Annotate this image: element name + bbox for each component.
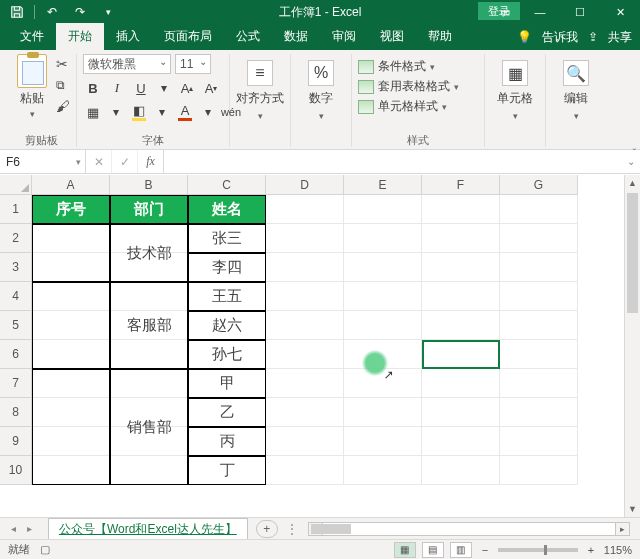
sheet-tab[interactable]: 公众号【Word和Excel达人先生】 [48,518,248,540]
merged-cell[interactable] [32,282,110,369]
merged-cell[interactable] [32,369,110,485]
tab-file[interactable]: 文件 [8,23,56,50]
copy-icon[interactable]: ⧉ [56,78,70,92]
normal-view-icon[interactable]: ▦ [394,542,416,558]
expand-formula-icon[interactable]: ⌄ [622,150,640,173]
macro-record-icon[interactable]: ▢ [40,543,50,556]
bold-button[interactable]: B [83,78,103,98]
cell-styles-button[interactable]: 单元格样式▾ [358,98,447,115]
merged-cell[interactable] [32,224,110,282]
fill-color-icon[interactable]: ◧ [129,102,149,122]
name-cell[interactable]: 张三 [188,224,266,253]
name-cell[interactable]: 乙 [188,398,266,427]
tab-insert[interactable]: 插入 [104,23,152,50]
name-cell[interactable]: 丁 [188,456,266,485]
italic-button[interactable]: I [107,78,127,98]
share-icon[interactable]: ⇪ [588,30,598,44]
borders-icon[interactable]: ▦ [83,102,103,122]
decrease-font-icon[interactable]: A▾ [201,78,221,98]
page-layout-view-icon[interactable]: ▤ [422,542,444,558]
scroll-thumb[interactable] [311,524,351,534]
dept-cell[interactable]: 技术部 [110,224,188,282]
col-header[interactable]: G [500,175,578,195]
save-icon[interactable] [6,2,28,22]
share-button[interactable]: 共享 [608,29,632,46]
alignment-button[interactable]: ≡ 对齐方式 ▾ [236,54,284,121]
scroll-down-icon[interactable]: ▼ [625,501,640,517]
dept-cell[interactable]: 销售部 [110,369,188,485]
paste-button[interactable]: 粘贴 ▾ [12,54,52,119]
tab-view[interactable]: 视图 [368,23,416,50]
cut-icon[interactable]: ✂ [56,56,70,72]
underline-button[interactable]: U [131,78,151,98]
undo-icon[interactable]: ↶ [41,2,63,22]
tab-page-layout[interactable]: 页面布局 [152,23,224,50]
close-icon[interactable]: ✕ [600,0,640,24]
minimize-icon[interactable]: — [520,0,560,24]
name-cell[interactable]: 李四 [188,253,266,282]
row-header[interactable]: 6 [0,340,32,369]
scroll-thumb[interactable] [627,193,638,313]
tab-data[interactable]: 数据 [272,23,320,50]
col-header[interactable]: C [188,175,266,195]
table-header[interactable]: 姓名 [188,195,266,224]
tab-help[interactable]: 帮助 [416,23,464,50]
increase-font-icon[interactable]: A▴ [177,78,197,98]
scroll-track[interactable] [625,191,640,501]
scroll-up-icon[interactable]: ▲ [625,175,640,191]
font-size-combo[interactable]: 11 [175,54,211,74]
format-as-table-button[interactable]: 套用表格格式▾ [358,78,459,95]
row-header[interactable]: 10 [0,456,32,485]
chevron-down-icon[interactable]: ▾ [153,102,171,122]
ribbon-display-icon[interactable]: ▭ [490,0,520,24]
fx-icon[interactable]: fx [138,150,164,173]
name-cell[interactable]: 甲 [188,369,266,398]
col-header[interactable]: A [32,175,110,195]
scroll-right-icon[interactable]: ▸ [615,523,629,535]
vertical-scrollbar[interactable]: ▲ ▼ [624,175,640,517]
font-color-icon[interactable]: A [175,102,195,122]
redo-icon[interactable]: ↷ [69,2,91,22]
name-cell[interactable]: 孙七 [188,340,266,369]
row-header[interactable]: 9 [0,427,32,456]
tab-formulas[interactable]: 公式 [224,23,272,50]
horizontal-scrollbar[interactable]: ◂ ▸ [308,522,630,536]
row-header[interactable]: 1 [0,195,32,224]
number-format-button[interactable]: % 数字 ▾ [297,54,345,121]
conditional-formatting-button[interactable]: 条件格式▾ [358,58,435,75]
format-painter-icon[interactable]: 🖌 [56,98,70,114]
name-cell[interactable]: 丙 [188,427,266,456]
grid-body[interactable]: 1 2 3 4 5 6 7 8 9 10 序号 部门 姓名 技术部 客服部 销售… [0,195,640,517]
row-header[interactable]: 8 [0,398,32,427]
font-name-combo[interactable]: 微软雅黑 [83,54,171,74]
zoom-slider[interactable] [498,548,578,552]
new-sheet-icon[interactable]: + [256,520,278,538]
tab-review[interactable]: 审阅 [320,23,368,50]
zoom-out-icon[interactable]: − [478,544,492,556]
lightbulb-icon[interactable]: 💡 [517,30,532,44]
select-all-corner[interactable] [0,175,32,195]
chevron-down-icon[interactable]: ▾ [199,102,217,122]
chevron-down-icon[interactable]: ▾ [155,78,173,98]
editing-button[interactable]: 🔍 编辑 ▾ [552,54,600,121]
qat-customize-icon[interactable]: ▾ [97,2,119,22]
name-cell[interactable]: 王五 [188,282,266,311]
row-header[interactable]: 3 [0,253,32,282]
col-header[interactable]: D [266,175,344,195]
table-header[interactable]: 序号 [32,195,110,224]
col-header[interactable]: E [344,175,422,195]
name-cell[interactable]: 赵六 [188,311,266,340]
formula-input[interactable] [164,150,622,173]
page-break-view-icon[interactable]: ▥ [450,542,472,558]
col-header[interactable]: B [110,175,188,195]
dept-cell[interactable]: 客服部 [110,282,188,369]
row-header[interactable]: 2 [0,224,32,253]
cancel-formula-icon[interactable]: ✕ [86,150,112,173]
col-header[interactable]: F [422,175,500,195]
table-header[interactable]: 部门 [110,195,188,224]
zoom-in-icon[interactable]: + [584,544,598,556]
sheet-nav[interactable]: ◂▸ [0,523,42,534]
collapse-ribbon-icon[interactable]: ˇ [633,148,636,159]
enter-formula-icon[interactable]: ✓ [112,150,138,173]
name-box[interactable]: F6 [0,150,86,173]
